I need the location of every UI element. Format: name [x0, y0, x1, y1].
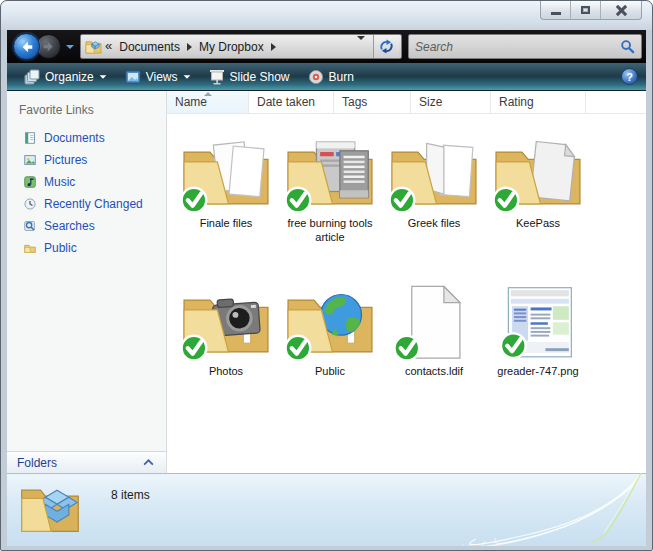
sync-ok-badge [286, 336, 311, 361]
address-bar[interactable]: « Documents My Dropbox [80, 34, 402, 59]
sidebar-item-label: Music [44, 175, 75, 189]
sidebar-item-label: Documents [44, 131, 105, 145]
breadcrumb-overflow-chevron[interactable]: « [102, 38, 114, 55]
file-item[interactable]: Photos [175, 268, 277, 408]
column-label: Size [419, 95, 442, 109]
file-list-area: Name Date taken Tags Size Rating [167, 91, 646, 473]
views-label: Views [146, 70, 178, 84]
folder-icon [179, 120, 273, 215]
maximize-icon [581, 6, 590, 14]
help-button[interactable]: ? [621, 68, 638, 85]
column-label: Name [175, 95, 207, 109]
sidebar-item-public[interactable]: Public [7, 237, 166, 259]
main-area: Favorite Links Documents Pictures [7, 91, 646, 473]
sync-ok-badge [182, 188, 207, 213]
titlebar[interactable] [1, 1, 652, 30]
document-icon [387, 268, 481, 363]
column-label: Rating [499, 95, 534, 109]
folders-label: Folders [17, 456, 57, 470]
file-item[interactable]: contacts.ldif [383, 268, 485, 408]
sidebar-item-label: Recently Changed [44, 197, 143, 211]
column-header-rating[interactable]: Rating [491, 91, 586, 113]
sidebar-item-pictures[interactable]: Pictures [7, 149, 166, 171]
sidebar-item-documents[interactable]: Documents [7, 127, 166, 149]
refresh-icon [379, 39, 394, 54]
slide-show-button[interactable]: Slide Show [200, 65, 299, 89]
file-name-label: Greek files [408, 216, 461, 230]
sort-ascending-icon [204, 92, 212, 96]
breadcrumb-item-my-dropbox[interactable]: My Dropbox [194, 40, 269, 54]
column-headers: Name Date taken Tags Size Rating [167, 91, 646, 114]
close-icon [616, 5, 627, 16]
folder-icon [283, 120, 377, 215]
sidebar-item-music[interactable]: Music [7, 171, 166, 193]
column-header-filler [586, 91, 646, 113]
chevron-down-icon [99, 75, 106, 78]
folder-icon [387, 120, 481, 215]
documents-icon [23, 131, 37, 145]
breadcrumb-separator-icon[interactable] [187, 43, 192, 51]
sidebar-item-recently-changed[interactable]: Recently Changed [7, 193, 166, 215]
sidebar-item-label: Public [44, 241, 77, 255]
sync-ok-badge [494, 188, 519, 213]
views-icon [125, 70, 141, 84]
sidebar-item-searches[interactable]: Searches [7, 215, 166, 237]
help-icon: ? [626, 71, 633, 83]
back-button[interactable] [13, 33, 40, 60]
sync-ok-badge [501, 333, 526, 358]
dropbox-folder-icon [85, 39, 102, 54]
file-name-label: KeePass [516, 216, 560, 230]
breadcrumb-separator-icon[interactable] [271, 43, 276, 51]
file-item[interactable]: Public [279, 268, 381, 408]
column-header-tags[interactable]: Tags [334, 91, 411, 113]
file-item[interactable]: Greek files [383, 120, 485, 260]
sidebar-item-label: Pictures [44, 153, 87, 167]
folders-band[interactable]: Folders [7, 451, 166, 473]
maximize-button[interactable] [571, 1, 601, 19]
organize-button[interactable]: Organize [15, 65, 116, 89]
image-thumbnail-icon [491, 268, 585, 363]
forward-arrow-icon [42, 40, 55, 53]
sync-ok-badge [182, 336, 207, 361]
sidebar-item-label: Searches [44, 219, 95, 233]
sync-ok-badge [390, 188, 415, 213]
searches-icon [23, 219, 37, 233]
pictures-icon [23, 153, 37, 167]
address-history-dropdown[interactable] [351, 40, 371, 54]
column-label: Tags [342, 95, 367, 109]
views-button[interactable]: Views [116, 65, 200, 89]
file-item[interactable]: free burning tools article [279, 120, 381, 260]
minimize-icon [551, 12, 561, 15]
burn-disc-icon [308, 69, 324, 85]
folder-icon [283, 268, 377, 363]
recent-pages-dropdown[interactable] [66, 45, 74, 49]
file-item[interactable]: KeePass [487, 120, 589, 260]
file-item[interactable]: greader-747.png [487, 268, 589, 408]
file-name-label: greader-747.png [497, 364, 578, 378]
navigation-pane: Favorite Links Documents Pictures [7, 91, 167, 473]
window-controls [540, 1, 642, 20]
organize-icon [24, 69, 40, 85]
breadcrumb-item-documents[interactable]: Documents [114, 40, 185, 54]
column-label: Date taken [257, 95, 315, 109]
sync-ok-badge [395, 336, 420, 361]
close-button[interactable] [601, 1, 641, 19]
column-header-date-taken[interactable]: Date taken [249, 91, 334, 113]
minimize-button[interactable] [541, 1, 571, 19]
column-header-name[interactable]: Name [167, 91, 249, 113]
search-icon[interactable] [620, 39, 635, 54]
dropbox-folder-large-icon [17, 480, 83, 538]
refresh-button[interactable] [373, 35, 399, 58]
search-box[interactable] [408, 34, 642, 59]
search-input[interactable] [415, 40, 620, 54]
folder-icon [491, 120, 585, 215]
file-name-label: free burning tools article [280, 216, 380, 245]
file-item[interactable]: Finale files [175, 120, 277, 260]
burn-button[interactable]: Burn [299, 65, 363, 89]
slide-show-label: Slide Show [230, 70, 290, 84]
file-name-label: Finale files [200, 216, 253, 230]
recently-changed-icon [23, 197, 37, 211]
column-header-size[interactable]: Size [411, 91, 491, 113]
public-folder-icon [23, 241, 37, 255]
command-toolbar: Organize Views Slide Show [7, 63, 646, 91]
